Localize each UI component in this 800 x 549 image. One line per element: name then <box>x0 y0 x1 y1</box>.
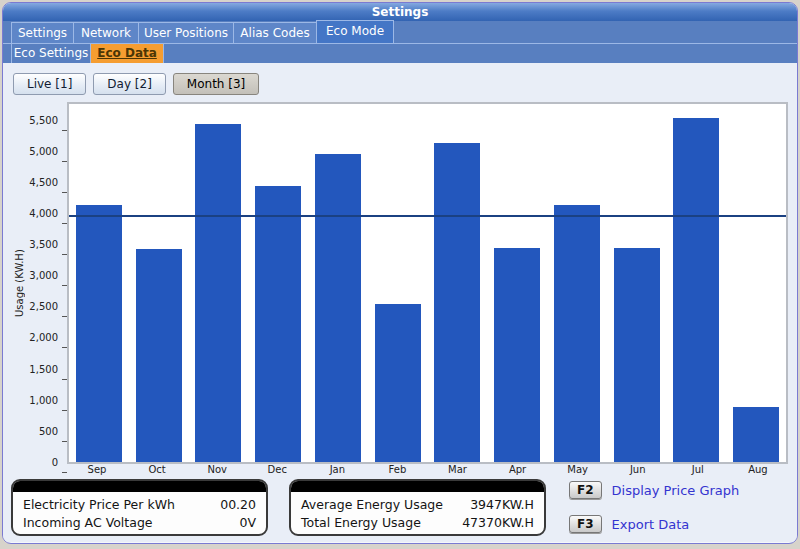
x-tick-label-mar: Mar <box>427 464 487 477</box>
usage-bar-jun <box>614 248 660 462</box>
tab-user-positions[interactable]: User Positions <box>138 22 234 43</box>
total-usage-row: Total Energy Usage 47370KW.H <box>301 514 534 532</box>
energy-usage-panel: Average Energy Usage 3947KW.H Total Ener… <box>289 479 546 536</box>
x-tick-label-sep: Sep <box>67 464 127 477</box>
x-tick-label-may: May <box>548 464 608 477</box>
eco-data-panel: Live [1] Day [2] Month [3] Usage (KW.H) … <box>3 63 797 542</box>
x-tick-label-aug: Aug <box>728 464 788 477</box>
ac-voltage-value: 0V <box>239 514 256 532</box>
average-usage-row: Average Energy Usage 3947KW.H <box>301 496 534 514</box>
export-data-label[interactable]: Export Data <box>612 517 690 532</box>
month-button[interactable]: Month [3] <box>173 73 259 95</box>
y-tick-label: 3,000 <box>12 270 58 281</box>
average-usage-label: Average Energy Usage <box>301 496 443 514</box>
usage-bar-chart <box>67 102 788 464</box>
settings-window: Settings Settings Network User Positions… <box>2 2 798 544</box>
bar-slot-sep <box>69 104 129 462</box>
display-price-graph-label[interactable]: Display Price Graph <box>612 483 740 498</box>
bar-slot-jul <box>667 104 727 462</box>
total-usage-value: 47370KW.H <box>462 514 534 532</box>
bar-slot-dec <box>248 104 308 462</box>
electricity-price-label: Electricity Price Per kWh <box>23 496 175 514</box>
usage-bar-feb <box>375 304 421 462</box>
bar-slot-may <box>547 104 607 462</box>
bar-slot-jan <box>308 104 368 462</box>
usage-bar-nov <box>195 124 241 462</box>
x-tick-label-jul: Jul <box>668 464 728 477</box>
ac-voltage-label: Incoming AC Voltage <box>23 514 153 532</box>
subtab-eco-settings[interactable]: Eco Settings <box>11 44 91 63</box>
subtab-eco-data[interactable]: Eco Data <box>91 44 164 63</box>
bars-container <box>69 104 786 462</box>
usage-bar-oct <box>136 249 182 462</box>
y-tick-label: 4,000 <box>12 208 58 219</box>
x-tick-label-jan: Jan <box>307 464 367 477</box>
x-tick-label-nov: Nov <box>187 464 247 477</box>
average-usage-line <box>69 215 786 217</box>
title-bar: Settings <box>3 3 797 21</box>
panel-header <box>291 481 544 492</box>
window-title: Settings <box>372 5 429 19</box>
tab-settings[interactable]: Settings <box>11 22 74 43</box>
bar-slot-mar <box>428 104 488 462</box>
electricity-price-value: 00.20 <box>220 496 256 514</box>
usage-bar-may <box>554 205 600 462</box>
electricity-info-panel: Electricity Price Per kWh 00.20 Incoming… <box>11 479 268 536</box>
x-tick-label-oct: Oct <box>127 464 187 477</box>
bar-slot-nov <box>189 104 249 462</box>
tab-alias-codes[interactable]: Alias Codes <box>233 22 317 43</box>
electricity-price-row: Electricity Price Per kWh 00.20 <box>23 496 256 514</box>
y-tick-label: 5,500 <box>12 115 58 126</box>
ac-voltage-row: Incoming AC Voltage 0V <box>23 514 256 532</box>
average-usage-value: 3947KW.H <box>470 496 534 514</box>
usage-bar-dec <box>255 186 301 462</box>
day-button[interactable]: Day [2] <box>93 73 166 95</box>
y-tick-label: 500 <box>12 426 58 437</box>
total-usage-label: Total Energy Usage <box>301 514 421 532</box>
y-axis: 05001,0001,5002,0002,5003,0003,5004,0004… <box>12 104 58 462</box>
x-tick-label-dec: Dec <box>247 464 307 477</box>
bar-slot-jun <box>607 104 667 462</box>
y-tick-label: 5,000 <box>12 146 58 157</box>
bar-slot-oct <box>129 104 189 462</box>
bar-slot-feb <box>368 104 428 462</box>
x-tick-label-apr: Apr <box>488 464 548 477</box>
f2-key-button[interactable]: F2 <box>569 481 602 499</box>
x-tick-label-feb: Feb <box>367 464 427 477</box>
y-tick-label: 3,500 <box>12 239 58 250</box>
sub-tab-bar: Eco Settings Eco Data <box>3 43 797 63</box>
main-tab-bar: Settings Network User Positions Alias Co… <box>3 21 797 43</box>
usage-bar-aug <box>733 407 779 462</box>
usage-bar-sep <box>76 205 122 462</box>
usage-bar-mar <box>434 143 480 462</box>
y-tick-label: 1,000 <box>12 395 58 406</box>
f3-key-button[interactable]: F3 <box>569 515 602 533</box>
y-tick-label: 2,500 <box>12 301 58 312</box>
bar-slot-aug <box>726 104 786 462</box>
panel-header <box>13 481 266 492</box>
display-price-graph-action: F2 Display Price Graph <box>569 481 739 499</box>
y-tick-label: 4,500 <box>12 177 58 188</box>
tab-eco-mode[interactable]: Eco Mode <box>316 20 394 43</box>
live-button[interactable]: Live [1] <box>13 73 86 95</box>
usage-bar-apr <box>494 248 540 462</box>
y-tick-label: 2,000 <box>12 332 58 343</box>
export-data-action: F3 Export Data <box>569 515 689 533</box>
y-tick-label: 1,500 <box>12 364 58 375</box>
x-axis-labels: SepOctNovDecJanFebMarAprMayJunJulAug <box>67 464 788 477</box>
bar-slot-apr <box>487 104 547 462</box>
view-mode-buttons: Live [1] Day [2] Month [3] <box>13 73 259 95</box>
y-tick-label: 0 <box>12 457 58 468</box>
x-tick-label-jun: Jun <box>608 464 668 477</box>
usage-bar-jul <box>673 118 719 462</box>
usage-bar-jan <box>315 154 361 462</box>
tab-network[interactable]: Network <box>73 22 139 43</box>
